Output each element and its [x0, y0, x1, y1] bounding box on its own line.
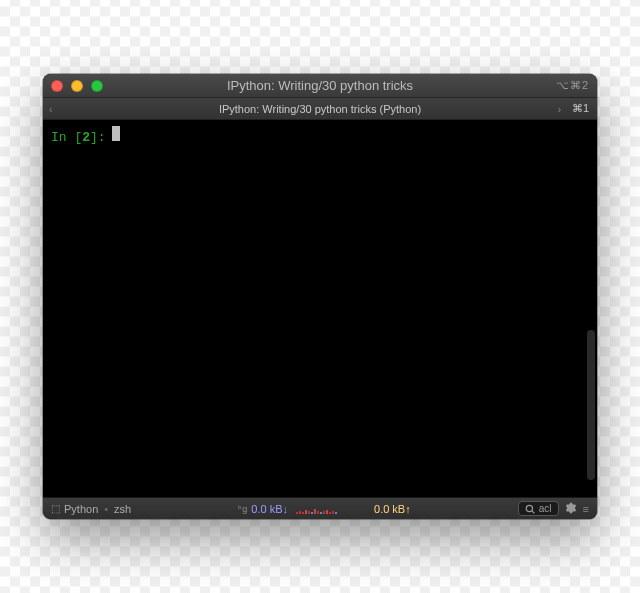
menu-icon[interactable]: ≡ [583, 503, 589, 515]
tab-shortcut-badge: ⌘1 [572, 102, 589, 115]
gear-icon[interactable] [565, 502, 577, 516]
sparkline-icon [296, 504, 366, 514]
status-center-group: ᵇg 0.0 kB↓ 0.0 kB↑ [135, 503, 514, 515]
tabbar: ‹ IPython: Writing/30 python tricks (Pyt… [43, 98, 597, 120]
traffic-lights [51, 80, 103, 92]
titlebar-hint: ⌥⌘2 [556, 79, 589, 92]
net-prefix: ᵇg [238, 504, 247, 514]
terminal-window: IPython: Writing/30 python tricks ⌥⌘2 ‹ … [43, 74, 597, 519]
window-title: IPython: Writing/30 python tricks [43, 78, 597, 93]
prompt-number: 2 [82, 130, 90, 145]
zoom-icon[interactable] [91, 80, 103, 92]
scrollbar[interactable] [587, 330, 595, 480]
minimize-icon[interactable] [71, 80, 83, 92]
net-down-value: 0.0 kB↓ [251, 503, 288, 515]
svg-point-0 [526, 505, 532, 511]
search-text: acl [539, 503, 552, 514]
titlebar: IPython: Writing/30 python tricks ⌥⌘2 [43, 74, 597, 98]
separator-icon: • [104, 503, 108, 515]
tab-active[interactable]: IPython: Writing/30 python tricks (Pytho… [219, 103, 421, 115]
prompt-close-label: ]: [90, 130, 106, 145]
status-right-group: acl ≡ [518, 501, 589, 516]
session-name[interactable]: Python [64, 503, 98, 515]
close-icon[interactable] [51, 80, 63, 92]
chevron-right-icon[interactable]: › [558, 103, 561, 114]
prompt-in-label: In [ [51, 130, 82, 145]
prompt-line: In [2]: [51, 126, 589, 145]
search-input[interactable]: acl [518, 501, 559, 516]
net-up-value: 0.0 kB↑ [374, 503, 411, 515]
session-icon[interactable]: ⬚ [51, 503, 60, 514]
statusbar: ⬚ Python • zsh ᵇg 0.0 kB↓ [43, 497, 597, 519]
search-icon [525, 504, 535, 514]
chevron-left-icon[interactable]: ‹ [49, 103, 52, 114]
status-left-group: ⬚ Python • zsh [51, 503, 131, 515]
terminal-body[interactable]: In [2]: [43, 120, 597, 497]
svg-line-1 [532, 510, 535, 513]
cursor-icon [112, 126, 120, 141]
shell-name: zsh [114, 503, 131, 515]
